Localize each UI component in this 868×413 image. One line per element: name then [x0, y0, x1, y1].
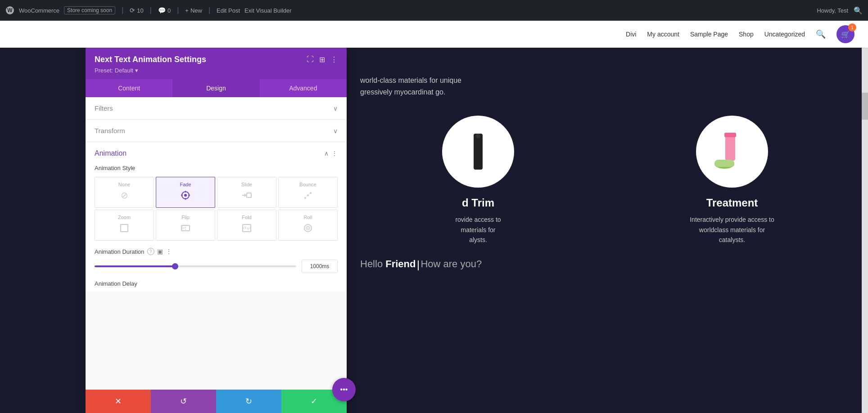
- browser-area: Divi My account Sample Page Shop Uncateg…: [0, 21, 868, 413]
- undo-icon: ↺: [180, 396, 187, 406]
- nav-uncategorized[interactable]: Uncategorized: [764, 31, 805, 38]
- animation-collapse-icon[interactable]: ∧: [324, 150, 329, 157]
- svg-rect-4: [725, 134, 735, 161]
- animation-duration-label: Animation Duration ? ▣ ⋮: [95, 248, 338, 255]
- panel-header-top: Next Text Animation Settings ⛶ ⊞ ⋮: [95, 55, 338, 64]
- style-none-icon: ⊘: [121, 190, 128, 201]
- admin-bar: W WooCommerce Store coming soon | ⟳ 10 |…: [0, 0, 868, 21]
- settings-panel: Next Text Animation Settings ⛶ ⊞ ⋮ Prese…: [86, 48, 347, 413]
- style-slide-label: Slide: [241, 182, 252, 187]
- hello-text-area: Hello Friend How are you?: [360, 258, 850, 270]
- animation-duration-row: Animation Duration ? ▣ ⋮ 1000ms: [95, 248, 338, 273]
- more-options-icon[interactable]: ⋮: [330, 55, 338, 64]
- layout-icon[interactable]: ⊞: [319, 55, 325, 64]
- svg-rect-34: [247, 229, 249, 230]
- animation-more-icon[interactable]: ⋮: [331, 150, 338, 157]
- nav-samplepage[interactable]: Sample Page: [690, 31, 728, 38]
- animation-title-left: Animation: [95, 149, 127, 157]
- wordpress-icon[interactable]: W: [5, 6, 14, 15]
- panel-tabs: Content Design Advanced: [86, 79, 347, 97]
- style-fade-icon: [180, 190, 191, 203]
- product-desc-2: Interactively provide access toworldclas…: [690, 215, 774, 245]
- panel-title: Next Text Animation Settings: [95, 55, 206, 64]
- duration-slider-fill: [95, 265, 175, 267]
- svg-rect-14: [247, 193, 251, 198]
- cart-icon: 🛒: [841, 30, 850, 39]
- style-roll[interactable]: Roll: [278, 210, 338, 241]
- style-bounce-label: Bounce: [299, 182, 316, 187]
- style-flip-label: Flip: [181, 215, 190, 220]
- style-flip[interactable]: Flip: [156, 210, 215, 241]
- style-fade[interactable]: Fade: [156, 177, 215, 208]
- style-fade-label: Fade: [180, 182, 191, 187]
- duration-more-icon[interactable]: ⋮: [166, 248, 172, 255]
- scrollbar[interactable]: [862, 48, 868, 413]
- style-flip-icon: [180, 223, 191, 236]
- style-bounce-icon: [303, 190, 313, 203]
- cart-button[interactable]: 🛒 1: [836, 25, 854, 43]
- product-card-1: d Trim rovide access tomaterials foralys…: [360, 116, 596, 245]
- svg-point-9: [184, 194, 187, 197]
- style-none[interactable]: None ⊘: [95, 177, 154, 208]
- nav-myaccount[interactable]: My account: [647, 31, 679, 38]
- tab-design[interactable]: Design: [172, 79, 259, 97]
- preset-selector[interactable]: Preset: Default: [95, 67, 338, 74]
- transform-chevron-icon: ∨: [333, 127, 338, 135]
- product-circle-2: [696, 116, 768, 188]
- duration-slider-row: 1000ms: [95, 260, 338, 273]
- store-badge[interactable]: Store coming soon: [64, 6, 115, 14]
- nav-shop[interactable]: Shop: [739, 31, 754, 38]
- duration-slider-track[interactable]: [95, 265, 296, 267]
- duration-value[interactable]: 1000ms: [302, 260, 338, 273]
- cancel-button[interactable]: ✕: [86, 390, 151, 413]
- howdy-text: Howdy, Test: [817, 7, 848, 14]
- fullscreen-icon[interactable]: ⛶: [307, 55, 314, 64]
- woocommerce-link[interactable]: WooCommerce: [19, 7, 59, 14]
- undo-button[interactable]: ↺: [151, 390, 216, 413]
- sync-count[interactable]: ⟳ 10: [130, 7, 143, 14]
- panel-header: Next Text Animation Settings ⛶ ⊞ ⋮ Prese…: [86, 48, 347, 79]
- product-image-2: [710, 129, 755, 174]
- product-title-2: Treatment: [706, 197, 758, 209]
- more-options-button[interactable]: •••: [332, 378, 356, 401]
- svg-point-37: [307, 228, 309, 229]
- animation-title-icons: ∧ ⋮: [324, 150, 338, 157]
- animation-delay-label: Animation Delay: [95, 280, 338, 287]
- style-fold[interactable]: Fold: [217, 210, 276, 241]
- admin-search-icon[interactable]: 🔍: [854, 6, 863, 15]
- animation-style-grid: None ⊘ Fade: [95, 177, 338, 241]
- style-zoom[interactable]: Zoom: [95, 210, 154, 241]
- comments-count[interactable]: 💬 0: [158, 7, 171, 14]
- filters-section[interactable]: Filters ∨: [86, 97, 347, 120]
- new-button[interactable]: New: [185, 7, 202, 14]
- hello-friend-text: Hello Friend: [360, 258, 416, 269]
- transform-section[interactable]: Transform ∨: [86, 120, 347, 142]
- animation-title-text: Animation: [95, 149, 127, 157]
- animation-title-row: Animation ∧ ⋮: [95, 149, 338, 157]
- exit-builder-link[interactable]: Exit Visual Builder: [244, 7, 292, 14]
- product-title-1: d Trim: [462, 197, 494, 209]
- scrollbar-thumb[interactable]: [862, 93, 868, 120]
- tab-content[interactable]: Content: [86, 79, 172, 97]
- style-zoom-label: Zoom: [118, 215, 131, 220]
- body-text-2: gressively myocardinat go.: [360, 86, 850, 98]
- duration-help-icon[interactable]: ?: [147, 248, 154, 255]
- svg-text:W: W: [7, 7, 13, 13]
- nav-divi[interactable]: Divi: [626, 31, 636, 38]
- panel-body: Filters ∨ Transform ∨ Animation ∧: [86, 97, 347, 390]
- admin-bar-right: Howdy, Test 🔍: [817, 6, 863, 15]
- edit-post-link[interactable]: Edit Post: [217, 7, 240, 14]
- svg-rect-19: [121, 224, 128, 232]
- tab-advanced[interactable]: Advanced: [260, 79, 347, 97]
- site-search-icon[interactable]: 🔍: [816, 29, 826, 39]
- duration-device-icon[interactable]: ▣: [157, 248, 163, 255]
- style-slide[interactable]: Slide: [217, 177, 276, 208]
- save-icon: ✓: [311, 396, 317, 406]
- style-bounce[interactable]: Bounce: [278, 177, 338, 208]
- duration-slider-thumb[interactable]: [172, 263, 178, 269]
- style-roll-label: Roll: [304, 215, 312, 220]
- redo-button[interactable]: ↻: [216, 390, 281, 413]
- svg-rect-5: [724, 133, 736, 137]
- more-icon: •••: [340, 386, 348, 394]
- action-bar-container: ✕ ↺ ↻ ✓ •••: [86, 390, 347, 413]
